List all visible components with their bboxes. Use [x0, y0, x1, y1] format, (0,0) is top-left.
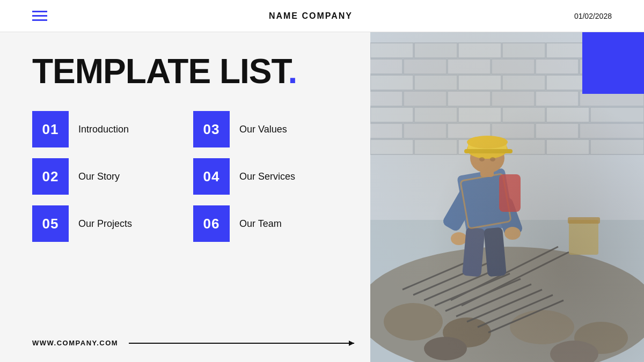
list-item: 02 Our Story	[32, 158, 177, 195]
footer: WWW.COMPANY.COM	[32, 339, 354, 347]
item-label-our-projects: Our Projects	[78, 218, 132, 230]
item-label-our-story: Our Story	[78, 171, 120, 182]
list-item: 06 Our Team	[193, 205, 338, 242]
list-item: 01 Introduction	[32, 111, 177, 147]
header-date: 01/02/2028	[574, 12, 612, 20]
right-panel-image	[370, 32, 644, 362]
page-title: TEMPLATE LIST.	[32, 54, 338, 90]
header: NAME COMPANY 01/02/2028	[0, 0, 644, 32]
blue-accent-block	[582, 32, 644, 94]
footer-url: WWW.COMPANY.COM	[32, 339, 118, 347]
list-item: 03 Our Values	[193, 111, 338, 147]
number-badge-02: 02	[32, 158, 69, 195]
number-badge-01: 01	[32, 111, 69, 147]
number-badge-04: 04	[193, 158, 230, 195]
item-label-introduction: Introduction	[78, 124, 129, 135]
number-badge-03: 03	[193, 111, 230, 147]
hamburger-menu[interactable]	[32, 11, 47, 21]
item-label-our-values: Our Values	[239, 124, 287, 135]
template-list: 01 Introduction 03 Our Values 02 Our Sto…	[32, 111, 338, 242]
item-label-our-team: Our Team	[239, 218, 282, 230]
number-badge-05: 05	[32, 205, 69, 242]
list-item: 04 Our Services	[193, 158, 338, 195]
left-panel: TEMPLATE LIST. 01 Introduction 03 Our Va…	[0, 32, 370, 362]
number-badge-06: 06	[193, 205, 230, 242]
list-item: 05 Our Projects	[32, 205, 177, 242]
company-name: NAME COMPANY	[269, 11, 353, 21]
footer-line-divider	[129, 343, 354, 344]
item-label-our-services: Our Services	[239, 171, 295, 182]
